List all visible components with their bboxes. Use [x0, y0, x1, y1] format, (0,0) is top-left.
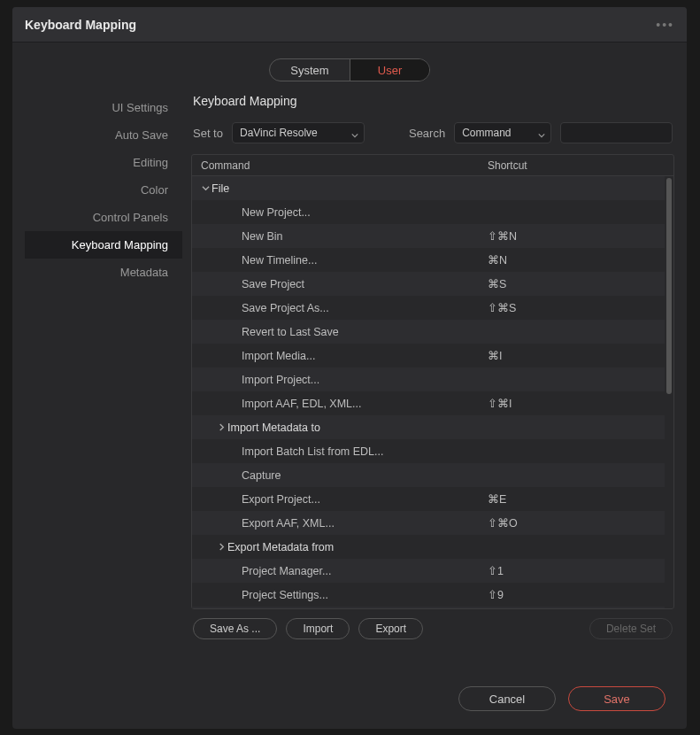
search-mode-select[interactable]: Command [454, 122, 551, 143]
options-icon[interactable]: ••• [656, 18, 674, 32]
delete-set-button: Delete Set [589, 618, 673, 639]
command-label: Import Project... [242, 374, 319, 386]
sidebar-item-control-panels[interactable]: Control Panels [25, 204, 182, 231]
table-row[interactable]: Import Media...⌘I [192, 344, 665, 368]
section-title: Keyboard Mapping [191, 90, 674, 122]
tab-switch: System User [269, 58, 430, 81]
command-label: Project Settings... [242, 589, 328, 601]
table-row[interactable]: Project Settings...⇧9 [192, 583, 665, 607]
chevron-right-icon[interactable] [215, 423, 227, 431]
table-group-row[interactable]: Import Metadata to [192, 415, 665, 439]
table-group-row[interactable]: File [192, 176, 665, 200]
shortcut-label: ⇧⌘I [488, 397, 665, 410]
command-label: Import AAF, EDL, XML... [242, 398, 361, 410]
tab-switch-wrap: System User [12, 43, 687, 90]
command-label: Capture [242, 469, 281, 482]
shortcut-label: ⌘N [488, 253, 665, 267]
search-input[interactable] [560, 122, 673, 143]
sidebar-item-editing[interactable]: Editing [25, 149, 182, 176]
table-row[interactable]: New Project... [192, 200, 665, 224]
search-mode-value: Command [462, 127, 511, 139]
table-row[interactable]: Import AAF, EDL, XML...⇧⌘I [192, 391, 665, 415]
command-label: Export Metadata from [227, 541, 334, 553]
shortcut-label: ⇧1 [488, 564, 665, 577]
command-label: New Bin [242, 230, 283, 243]
table-body[interactable]: FileNew Project...New Bin⇧⌘NNew Timeline… [192, 176, 673, 608]
keyboard-mapping-dialog: Keyboard Mapping ••• System User UI Sett… [12, 7, 687, 729]
shortcut-label: ⌘I [488, 349, 665, 362]
table-group-row[interactable]: Export Metadata from [192, 535, 665, 559]
tab-system[interactable]: System [270, 59, 350, 81]
dialog-footer: Cancel Save [12, 670, 687, 729]
table-row[interactable]: Export Project...⌘E [192, 487, 665, 511]
chevron-down-icon[interactable] [199, 184, 212, 192]
preset-select-value: DaVinci Resolve [240, 127, 318, 139]
table-row[interactable]: Export AAF, XML...⇧⌘O [192, 511, 665, 535]
titlebar: Keyboard Mapping ••• [12, 7, 687, 43]
shortcut-label: ⇧⌘S [488, 301, 665, 314]
table-row[interactable]: Revert to Last Save [192, 320, 665, 344]
col-shortcut: Shortcut [488, 159, 665, 172]
shortcut-label: ⌘S [488, 277, 665, 290]
command-label: Project Manager... [242, 565, 331, 577]
col-command: Command [192, 159, 488, 172]
shortcut-label: ⇧9 [488, 588, 665, 601]
save-as-button[interactable]: Save As ... [193, 618, 277, 639]
table-row[interactable]: Import Batch List from EDL... [192, 439, 665, 463]
chevron-down-icon [538, 129, 545, 136]
tab-user[interactable]: User [350, 59, 429, 81]
dialog-title: Keyboard Mapping [25, 18, 136, 32]
export-button[interactable]: Export [358, 618, 423, 639]
command-label: Export AAF, XML... [242, 517, 335, 530]
command-label: Revert to Last Save [242, 326, 339, 338]
command-label: Import Batch List from EDL... [242, 445, 383, 458]
shortcut-label: ⇧⌘N [488, 229, 665, 243]
set-buttons: Save As ... Import Export Delete Set [191, 609, 674, 639]
import-button[interactable]: Import [286, 618, 350, 639]
search-label: Search [409, 127, 445, 140]
cancel-button[interactable]: Cancel [458, 686, 556, 711]
command-label: New Project... [242, 206, 311, 219]
table-row[interactable]: Switch Project [192, 607, 665, 608]
sidebar: UI SettingsAuto SaveEditingColorControl … [25, 90, 182, 670]
shortcut-label: ⌘E [488, 492, 665, 506]
sidebar-item-metadata[interactable]: Metadata [25, 259, 182, 286]
table-row[interactable]: New Bin⇧⌘N [192, 224, 665, 248]
table-row[interactable]: Save Project⌘S [192, 272, 665, 296]
main-panel: Keyboard Mapping Set to DaVinci Resolve … [182, 90, 674, 670]
command-label: Save Project [242, 278, 304, 290]
command-label: File [212, 182, 229, 195]
chevron-right-icon[interactable] [215, 543, 227, 551]
shortcut-label: ⇧⌘O [488, 516, 665, 530]
command-label: Export Project... [242, 493, 320, 506]
chevron-down-icon [351, 129, 358, 136]
table-row[interactable]: Capture [192, 463, 665, 487]
command-label: Save Project As... [242, 302, 329, 314]
commands-table: Command Shortcut FileNew Project...New B… [191, 154, 674, 609]
table-header: Command Shortcut [192, 155, 673, 176]
setto-label: Set to [193, 127, 223, 140]
save-button[interactable]: Save [568, 686, 665, 711]
sidebar-item-color[interactable]: Color [25, 176, 182, 204]
table-row[interactable]: New Timeline...⌘N [192, 248, 665, 272]
sidebar-item-auto-save[interactable]: Auto Save [25, 121, 182, 149]
scrollbar-thumb[interactable] [666, 178, 672, 394]
command-label: Import Media... [242, 350, 315, 362]
sidebar-item-ui-settings[interactable]: UI Settings [25, 94, 182, 121]
table-row[interactable]: Save Project As...⇧⌘S [192, 296, 665, 320]
sidebar-item-keyboard-mapping[interactable]: Keyboard Mapping [25, 231, 182, 259]
command-label: Import Metadata to [227, 422, 320, 434]
table-row[interactable]: Project Manager...⇧1 [192, 559, 665, 583]
preset-select[interactable]: DaVinci Resolve [232, 122, 365, 143]
command-label: New Timeline... [242, 254, 317, 267]
controls-row: Set to DaVinci Resolve Search Command [191, 122, 674, 154]
table-row[interactable]: Import Project... [192, 368, 665, 391]
